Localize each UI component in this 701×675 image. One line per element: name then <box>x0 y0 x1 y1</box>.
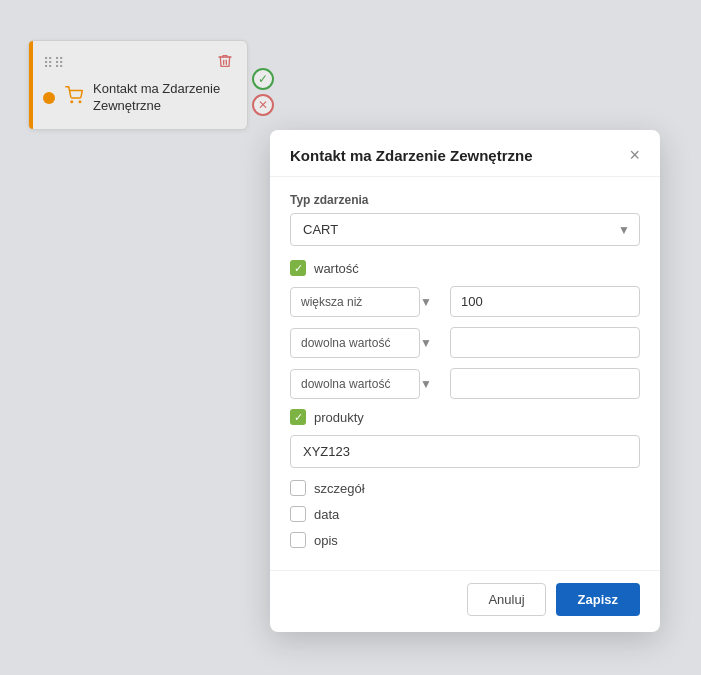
condition3-operator-select[interactable]: dowolna wartość większa niż mniejsza niż… <box>290 369 420 399</box>
condition3-value-input[interactable] <box>450 368 640 399</box>
modal-title: Kontakt ma Zdarzenie Zewnętrzne <box>290 147 533 164</box>
produkty-checkbox[interactable]: ✓ <box>290 409 306 425</box>
close-icon[interactable]: × <box>629 146 640 164</box>
opis-checkbox-row: opis <box>290 532 640 548</box>
modal-dialog: Kontakt ma Zdarzenie Zewnętrzne × Typ zd… <box>270 130 660 632</box>
condition1-select-wrapper: większa niż mniejsza niż równa się dowol… <box>290 287 442 317</box>
wartosc-label: wartość <box>314 261 359 276</box>
produkty-input[interactable] <box>290 435 640 468</box>
save-button[interactable]: Zapisz <box>556 583 640 616</box>
data-label: data <box>314 507 339 522</box>
produkty-checkbox-row: ✓ produkty <box>290 409 640 425</box>
opis-label: opis <box>314 533 338 548</box>
condition-row-1: większa niż mniejsza niż równa się dowol… <box>290 286 640 317</box>
event-type-select[interactable]: CART ORDER BROWSE PURCHASE <box>290 213 640 246</box>
data-checkbox-row: data <box>290 506 640 522</box>
szczegol-label: szczegół <box>314 481 365 496</box>
condition2-select-wrapper: dowolna wartość większa niż mniejsza niż… <box>290 328 442 358</box>
condition1-chevron-icon: ▼ <box>420 295 432 309</box>
szczegol-checkbox-row: szczegół <box>290 480 640 496</box>
opis-checkbox[interactable] <box>290 532 306 548</box>
event-type-label: Typ zdarzenia <box>290 193 640 207</box>
wartosc-checkbox-row: ✓ wartość <box>290 260 640 276</box>
condition3-select-wrapper: dowolna wartość większa niż mniejsza niż… <box>290 369 442 399</box>
produkty-label: produkty <box>314 410 364 425</box>
event-type-select-wrapper: CART ORDER BROWSE PURCHASE ▼ <box>290 213 640 246</box>
condition1-operator-select[interactable]: większa niż mniejsza niż równa się dowol… <box>290 287 420 317</box>
data-checkbox[interactable] <box>290 506 306 522</box>
condition2-value-input[interactable] <box>450 327 640 358</box>
condition-row-3: dowolna wartość większa niż mniejsza niż… <box>290 368 640 399</box>
modal-footer: Anuluj Zapisz <box>270 570 660 632</box>
modal-body: Typ zdarzenia CART ORDER BROWSE PURCHASE… <box>270 177 660 570</box>
condition2-operator-select[interactable]: dowolna wartość większa niż mniejsza niż… <box>290 328 420 358</box>
szczegol-checkbox[interactable] <box>290 480 306 496</box>
modal-header: Kontakt ma Zdarzenie Zewnętrzne × <box>270 130 660 177</box>
wartosc-checkbox[interactable]: ✓ <box>290 260 306 276</box>
condition-row-2: dowolna wartość większa niż mniejsza niż… <box>290 327 640 358</box>
condition3-chevron-icon: ▼ <box>420 377 432 391</box>
cancel-button[interactable]: Anuluj <box>467 583 545 616</box>
condition2-chevron-icon: ▼ <box>420 336 432 350</box>
condition1-value-input[interactable] <box>450 286 640 317</box>
